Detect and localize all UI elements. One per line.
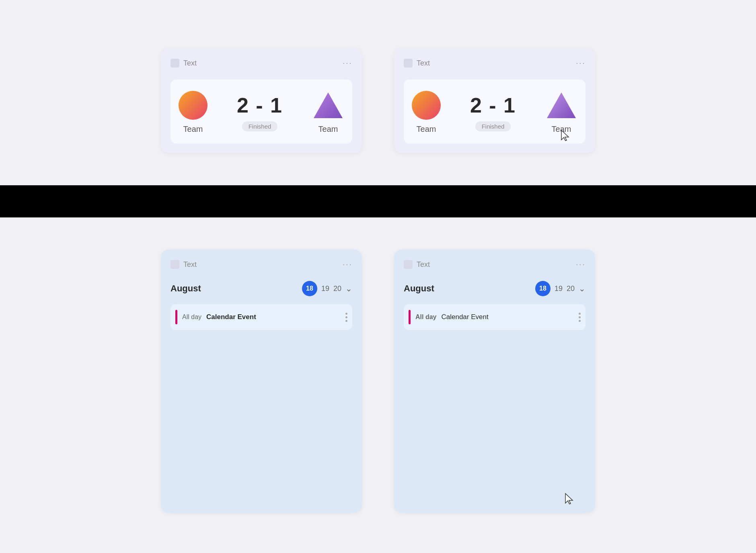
score-content-left: Team 2 - 1 Finished Team	[171, 80, 352, 143]
cal-days-left: 18 19 20 ⌄	[302, 281, 352, 296]
black-bar	[0, 185, 756, 217]
status-badge-right: Finished	[475, 121, 511, 131]
cal-chevron-right[interactable]: ⌄	[579, 284, 585, 293]
team2-block-right: Team	[545, 91, 577, 134]
header-text-left: Text	[183, 59, 197, 68]
cal-day-18-right[interactable]: 18	[535, 281, 551, 296]
all-day-label-left: All day	[182, 313, 201, 321]
event-more-left[interactable]	[345, 313, 347, 322]
cal-day-19-left[interactable]: 19	[321, 285, 329, 293]
cal-header-icon-right	[404, 260, 413, 269]
team2-logo-left	[312, 91, 344, 120]
cal-month-row-left: August 18 19 20 ⌄	[171, 281, 352, 296]
team2-logo-right	[545, 91, 577, 120]
calendar-card-left: Text ··· August 18 19 20 ⌄ All day Calen…	[161, 250, 362, 513]
cal-header-text-right: Text	[417, 260, 430, 269]
cal-month-row-right: August 18 19 20 ⌄	[404, 281, 585, 296]
team2-block-left: Team	[312, 91, 344, 134]
cal-chevron-left[interactable]: ⌄	[345, 284, 352, 293]
score-display-left: 2 - 1	[237, 93, 283, 117]
cal-header-left: Text ···	[171, 259, 352, 270]
status-badge-left: Finished	[242, 121, 278, 131]
score-content-right: Team 2 - 1 Finished Team	[404, 80, 585, 143]
score-center-right: 2 - 1 Finished	[470, 93, 516, 131]
header-icon-left	[171, 59, 179, 68]
event-more-right[interactable]	[579, 313, 581, 322]
all-day-label-right: All day	[415, 313, 436, 321]
cal-event-row-right: All day Calendar Event	[404, 304, 585, 330]
team1-logo-left	[179, 91, 207, 120]
cal-more-menu-left[interactable]: ···	[343, 259, 352, 270]
team2-name-right: Team	[552, 125, 571, 134]
cal-days-right: 18 19 20 ⌄	[535, 281, 585, 296]
team1-logo-right	[412, 91, 441, 120]
card-header-right: Text ···	[404, 58, 585, 68]
score-card-left: Text ··· Team 2 - 1 Finished	[161, 48, 362, 153]
team1-name-right: Team	[417, 125, 436, 134]
card-header-left: Text ···	[171, 58, 352, 68]
header-icon-right	[404, 59, 413, 68]
event-bar-left	[175, 310, 177, 324]
team2-name-left: Team	[318, 125, 338, 134]
cal-day-20-right[interactable]: 20	[567, 285, 575, 293]
cal-event-row-left: All day Calendar Event	[171, 304, 352, 330]
score-display-right: 2 - 1	[470, 93, 516, 117]
cal-month-right: August	[404, 283, 434, 294]
event-title-right: Calendar Event	[441, 313, 574, 321]
team1-name-left: Team	[183, 125, 203, 134]
cal-more-menu-right[interactable]: ···	[576, 259, 585, 270]
team1-block-right: Team	[412, 91, 441, 134]
cal-day-18-left[interactable]: 18	[302, 281, 317, 296]
cal-day-19-right[interactable]: 19	[555, 285, 563, 293]
cal-header-icon-left	[171, 260, 179, 269]
score-center-left: 2 - 1 Finished	[237, 93, 283, 131]
more-menu-right[interactable]: ···	[576, 58, 585, 68]
team1-block-left: Team	[179, 91, 207, 134]
cal-header-right: Text ···	[404, 259, 585, 270]
score-card-right: Text ··· Team 2 - 1 Finished	[394, 48, 595, 153]
event-title-left: Calendar Event	[206, 313, 341, 321]
svg-marker-0	[314, 92, 343, 118]
svg-marker-1	[547, 92, 576, 118]
cal-day-20-left[interactable]: 20	[333, 285, 341, 293]
cal-month-left: August	[171, 283, 201, 294]
cursor-bottom-right	[564, 493, 575, 507]
event-bar-right	[409, 310, 411, 324]
calendar-card-right: Text ··· August 18 19 20 ⌄ All day Calen…	[394, 250, 595, 513]
more-menu-left[interactable]: ···	[343, 58, 352, 68]
cal-header-text-left: Text	[183, 260, 197, 269]
header-text-right: Text	[417, 59, 430, 68]
